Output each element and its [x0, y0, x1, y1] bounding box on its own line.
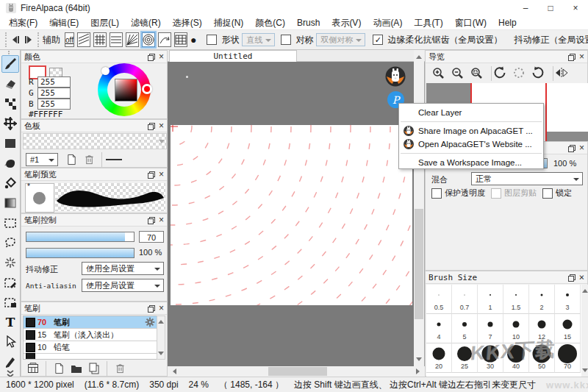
rotate-cw-icon[interactable]	[530, 65, 546, 80]
brush-list-item[interactable]: 15笔刷（淡入淡出）	[24, 329, 157, 341]
close-panel-icon[interactable]: ×	[159, 304, 164, 313]
magic-wand-tool[interactable]	[1, 254, 19, 271]
r-input[interactable]: 255	[37, 76, 71, 88]
brush-size-option[interactable]: 10	[503, 314, 529, 343]
float-panel-icon[interactable]	[148, 54, 154, 60]
menu-item[interactable]: 捕捉(N)	[208, 16, 250, 30]
menu-item[interactable]: 滤镜(R)	[125, 16, 167, 30]
palette-swatches[interactable]	[23, 133, 167, 149]
saturation-value-square[interactable]	[115, 79, 137, 101]
antialias-checkbox[interactable]: ✓	[373, 35, 383, 45]
brush-size-option[interactable]: 70	[555, 343, 581, 373]
context-menu-item[interactable]: Clear Layer	[399, 106, 543, 119]
hue-marker-dot[interactable]	[101, 67, 110, 75]
select-eraser-tool[interactable]	[1, 293, 19, 311]
float-panel-icon[interactable]	[148, 217, 154, 224]
brush-antialias-select[interactable]: 使用全局设置	[82, 279, 164, 292]
brush-size-option[interactable]: 0.5	[426, 285, 452, 314]
snap-parallel-button[interactable]	[77, 32, 90, 47]
menu-item[interactable]: 档案(F)	[3, 16, 43, 30]
lock-checkbox[interactable]	[542, 188, 553, 199]
symmetry-select[interactable]: 双侧对称	[316, 33, 365, 46]
shape-checkbox[interactable]	[207, 35, 217, 45]
g-input[interactable]: 255	[37, 88, 71, 99]
zoom-out-icon[interactable]	[449, 65, 465, 80]
brush-size-option[interactable]: 15	[555, 314, 581, 343]
menu-item[interactable]: 动画(A)	[367, 16, 408, 30]
select-pen-tool[interactable]	[1, 274, 19, 291]
add-brush-icon[interactable]	[51, 361, 66, 376]
rotate-ccw-icon[interactable]	[492, 65, 508, 80]
brush-list-item[interactable]: 70笔刷	[24, 316, 157, 329]
close-panel-icon[interactable]: ×	[159, 52, 164, 61]
prev-snap-button[interactable]	[10, 32, 21, 47]
brush-size-option[interactable]: 1	[478, 285, 503, 314]
context-menu-item[interactable]: Open AlpacaGET's Website ...	[399, 138, 543, 151]
delete-palette-icon[interactable]	[82, 152, 96, 167]
brush-list-item-partial[interactable]	[24, 354, 157, 360]
brush-size-option[interactable]: 30	[478, 343, 503, 373]
close-panel-icon[interactable]: ×	[579, 143, 584, 152]
menu-item[interactable]: 颜色(C)	[249, 16, 291, 30]
minimize-button[interactable]: –	[513, 0, 538, 16]
rotate-reset-icon[interactable]	[511, 65, 527, 80]
menu-item[interactable]: 窗口(W)	[449, 16, 492, 30]
brush-size-option[interactable]: 5	[452, 314, 478, 343]
float-panel-icon[interactable]	[148, 123, 154, 129]
eraser-tool[interactable]	[1, 75, 19, 93]
snap-horizontal-button[interactable]	[110, 32, 123, 47]
snap-vanishing-button[interactable]	[126, 32, 139, 47]
document-tab[interactable]: Untitled	[169, 50, 297, 62]
brush-settings-gear-icon[interactable]	[145, 317, 155, 327]
brush-size-option[interactable]: 40	[503, 343, 529, 373]
brush-size-option[interactable]: 12	[529, 314, 555, 343]
shape-select[interactable]: 直线	[242, 33, 275, 46]
brush-size-option[interactable]: 20	[426, 343, 452, 373]
menu-item[interactable]: 选择(S)	[167, 16, 208, 30]
close-button[interactable]: ×	[563, 0, 588, 16]
brush-size-slider[interactable]	[26, 232, 135, 242]
brush-folder-icon[interactable]	[69, 361, 84, 376]
close-panel-icon[interactable]: ×	[159, 170, 164, 179]
color-wheel[interactable]	[98, 63, 151, 116]
palette-slot-select[interactable]: #1	[26, 153, 58, 166]
snap-table-button[interactable]	[174, 32, 187, 47]
close-panel-icon[interactable]: ×	[159, 121, 164, 130]
snap-grid-button[interactable]	[93, 32, 107, 47]
brush-store-icon[interactable]	[26, 361, 40, 376]
brush-size-option[interactable]: 3	[555, 285, 581, 314]
document-canvas[interactable]	[171, 125, 412, 305]
float-panel-icon[interactable]	[568, 145, 575, 152]
float-panel-icon[interactable]	[148, 171, 154, 178]
brush-size-option[interactable]: 25	[452, 343, 478, 373]
context-menu-item[interactable]: Share Image on AlpacaGET ...	[399, 124, 543, 138]
alpaca-avatar-button[interactable]	[385, 66, 406, 87]
next-snap-button[interactable]	[24, 32, 34, 47]
b-input[interactable]: 255	[37, 99, 71, 110]
float-panel-icon[interactable]	[148, 305, 154, 312]
menu-item[interactable]: Brush	[291, 17, 326, 29]
brush-size-option[interactable]: 50	[529, 343, 555, 373]
bucket-tool[interactable]	[1, 154, 19, 172]
select-rect-tool[interactable]	[1, 214, 19, 232]
context-menu-item[interactable]: Save a Workspace Image...	[399, 156, 543, 169]
symmetry-checkbox[interactable]	[281, 35, 291, 45]
dot-tool[interactable]	[1, 95, 19, 113]
menu-item[interactable]: Help	[492, 17, 523, 29]
close-panel-icon[interactable]: ×	[579, 52, 584, 61]
duplicate-brush-icon[interactable]	[87, 361, 101, 376]
float-panel-icon[interactable]	[568, 274, 575, 281]
brush-size-option[interactable]: 1.5	[503, 285, 529, 314]
brush-tool[interactable]	[1, 55, 19, 73]
operation-tool[interactable]	[1, 333, 19, 351]
gradient-tool[interactable]	[1, 194, 19, 212]
gradient-pen-tool[interactable]	[1, 174, 19, 192]
zoom-fit-icon[interactable]	[468, 65, 484, 80]
brush-size-option[interactable]: 4	[426, 314, 452, 343]
float-panel-icon[interactable]	[568, 54, 575, 60]
text-tool[interactable]: T	[1, 313, 19, 331]
canvas-vscrollbar[interactable]	[414, 50, 424, 366]
snap-concentric-button[interactable]	[142, 32, 155, 47]
menu-item[interactable]: 图层(L)	[85, 16, 125, 30]
stabilizer-select[interactable]: 使用全局设置	[82, 262, 164, 275]
